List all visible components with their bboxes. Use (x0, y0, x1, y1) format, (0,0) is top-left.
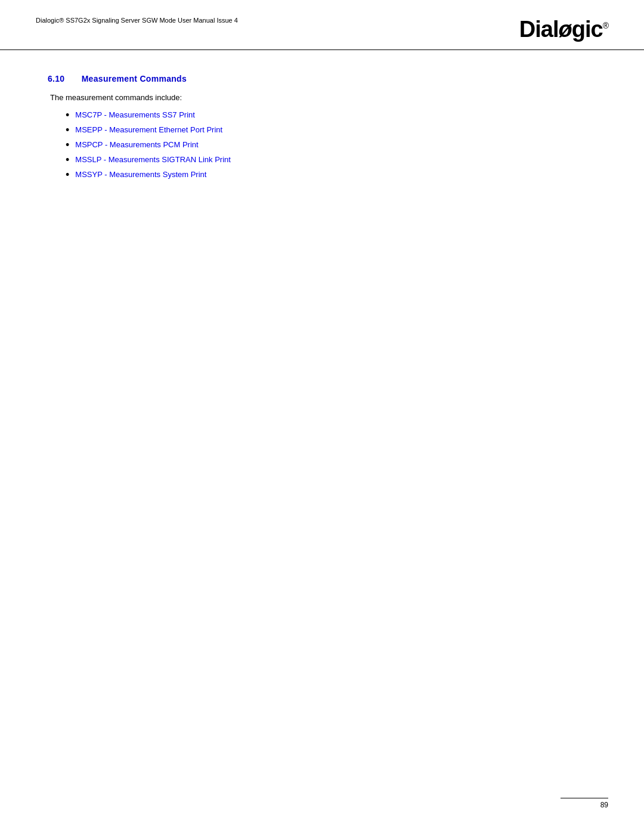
section-heading: 6.10 Measurement Commands (48, 74, 596, 83)
list-item: • MSPCP - Measurements PCM Print (66, 140, 596, 150)
bullet-icon: • (66, 125, 69, 135)
footer-divider (561, 798, 608, 799)
dialogic-logo: Dialøgic® (519, 17, 608, 42)
bullet-icon: • (66, 154, 69, 165)
list-item: • MSSLP - Measurements SIGTRAN Link Prin… (66, 155, 596, 165)
bullet-icon: • (66, 110, 69, 120)
bullet-icon: • (66, 140, 69, 150)
link-list: • MSC7P - Measurements SS7 Print • MSEPP… (66, 110, 596, 180)
main-content: 6.10 Measurement Commands The measuremen… (0, 50, 644, 221)
mssyp-link[interactable]: MSSYP - Measurements System Print (75, 170, 206, 179)
mspcp-link[interactable]: MSPCP - Measurements PCM Print (75, 140, 198, 149)
footer-line-container: 89 (561, 798, 608, 810)
bullet-icon: • (66, 169, 69, 180)
msslp-link[interactable]: MSSLP - Measurements SIGTRAN Link Print (75, 155, 231, 164)
msepp-link[interactable]: MSEPP - Measurement Ethernet Port Print (75, 125, 222, 134)
page-header: Dialogic® SS7G2x Signaling Server SGW Mo… (0, 0, 644, 50)
list-item: • MSSYP - Measurements System Print (66, 170, 596, 180)
page-number: 89 (600, 801, 608, 809)
section-number: 6.10 (48, 74, 64, 83)
page-footer: 89 (36, 798, 608, 810)
header-title: Dialogic® SS7G2x Signaling Server SGW Mo… (36, 17, 238, 24)
intro-text: The measurement commands include: (50, 93, 596, 102)
section-title: Measurement Commands (82, 74, 187, 83)
list-item: • MSEPP - Measurement Ethernet Port Prin… (66, 125, 596, 135)
logo-area: Dialøgic® (519, 17, 608, 42)
msc7p-link[interactable]: MSC7P - Measurements SS7 Print (75, 110, 195, 119)
list-item: • MSC7P - Measurements SS7 Print (66, 110, 596, 120)
page-container: Dialogic® SS7G2x Signaling Server SGW Mo… (0, 0, 644, 833)
